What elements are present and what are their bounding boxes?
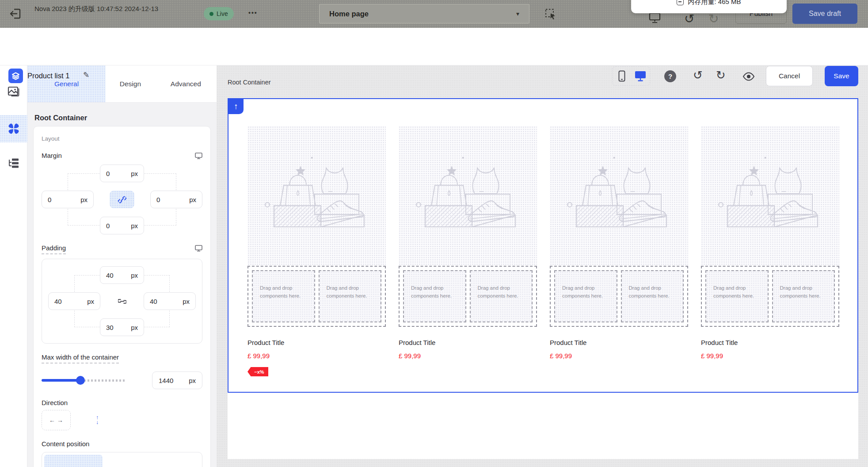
tab-design[interactable]: Design bbox=[106, 65, 155, 102]
margin-right-input[interactable]: 0px bbox=[150, 191, 202, 208]
product-price: £ 99,99 bbox=[550, 352, 688, 360]
canvas-area[interactable]: Root Container ↑ bbox=[217, 65, 868, 467]
editor-toolbar: Product list 1 ✎ ? ↺ ↻ Cancel Save bbox=[0, 28, 868, 65]
product-image-placeholder[interactable] bbox=[701, 126, 839, 266]
product-title: Product Title bbox=[701, 339, 839, 346]
margin-bottom-input[interactable]: 0px bbox=[100, 217, 144, 234]
mobile-view-button[interactable] bbox=[613, 70, 631, 82]
page-surface-below[interactable] bbox=[228, 393, 858, 459]
product-placeholder-illustration bbox=[413, 152, 523, 240]
page-selector-dropdown[interactable]: Home page ▾ bbox=[319, 4, 529, 23]
edit-title-icon[interactable]: ✎ bbox=[83, 70, 89, 80]
product-placeholder-illustration bbox=[262, 152, 372, 240]
padding-label: Padding bbox=[42, 244, 66, 254]
left-icon-rail bbox=[0, 65, 27, 467]
product-card[interactable]: Drag and drop components here. Drag and … bbox=[701, 126, 839, 376]
inspector-panel: General Design Advanced Root Container L… bbox=[27, 65, 217, 467]
live-status-badge: Live bbox=[204, 7, 234, 20]
block-drop-area[interactable]: Drag and drop components here. Drag and … bbox=[247, 266, 386, 327]
exit-editor-icon[interactable] bbox=[8, 7, 23, 21]
live-dot-icon bbox=[209, 12, 213, 16]
more-menu-icon[interactable]: ••• bbox=[248, 9, 258, 16]
drop-zone[interactable]: Drag and drop components here. bbox=[705, 270, 769, 322]
direction-vertical-button[interactable]: ↑ ↓ bbox=[83, 410, 112, 430]
move-up-badge[interactable]: ↑ bbox=[228, 99, 244, 114]
margin-link-toggle[interactable] bbox=[110, 191, 134, 208]
margin-top-input[interactable]: 0px bbox=[100, 165, 144, 182]
product-card[interactable]: Drag and drop components here. Drag and … bbox=[247, 126, 386, 376]
product-title: Product Title bbox=[399, 339, 537, 346]
product-price: £ 99,99 bbox=[701, 352, 839, 360]
content-position-label: Content position bbox=[42, 440, 89, 448]
direction-buttons: ← → ↑ ↓ bbox=[42, 410, 202, 430]
margin-left-input[interactable]: 0px bbox=[42, 191, 94, 208]
drop-zone[interactable]: Drag and drop components here. bbox=[554, 270, 617, 322]
inspector-tabs: General Design Advanced bbox=[27, 65, 217, 103]
tab-advanced[interactable]: Advanced bbox=[155, 65, 217, 102]
padding-top-input[interactable]: 40px bbox=[100, 266, 144, 284]
max-width-input[interactable]: 1440px bbox=[152, 371, 202, 389]
padding-link-toggle[interactable] bbox=[110, 292, 134, 310]
redo-icon[interactable]: ↻ bbox=[708, 11, 719, 26]
device-toggle-group bbox=[612, 66, 650, 86]
inspector-heading: Root Container bbox=[27, 103, 217, 122]
padding-left-input[interactable]: 40px bbox=[48, 292, 100, 310]
root-container-label: Root Container bbox=[228, 79, 271, 86]
drop-zone[interactable]: Drag and drop components here. bbox=[621, 270, 684, 322]
top-bar: Nova 2023 的升级版 10:47:52 2024-12-13 Live … bbox=[0, 0, 868, 28]
blocks-tab-icon[interactable] bbox=[0, 115, 27, 142]
page-selector-value: Home page bbox=[329, 10, 369, 18]
product-price: £ 99,99 bbox=[399, 352, 537, 360]
max-width-field: Max width of the container bbox=[42, 353, 202, 364]
desktop-preview-icon[interactable] bbox=[649, 12, 661, 23]
drop-zone[interactable]: Drag and drop components here. bbox=[772, 270, 835, 322]
save-button[interactable]: Save bbox=[825, 66, 858, 86]
responsive-screen-icon[interactable] bbox=[195, 245, 202, 252]
block-drop-area[interactable]: Drag and drop components here. Drag and … bbox=[701, 266, 839, 327]
product-placeholder-illustration bbox=[564, 152, 674, 240]
margin-control: 0px 0px 0px 0px bbox=[42, 165, 202, 234]
padding-box: 40px 40px 40px bbox=[42, 259, 202, 344]
undo-icon[interactable]: ↺ bbox=[693, 69, 703, 82]
padding-right-input[interactable]: 40px bbox=[144, 292, 196, 310]
save-draft-button[interactable]: Save draft bbox=[792, 4, 857, 24]
responsive-screen-icon[interactable] bbox=[195, 153, 202, 159]
content-position-selected-segment[interactable] bbox=[44, 455, 103, 467]
padding-bottom-input[interactable]: 30px bbox=[100, 318, 144, 336]
block-drop-area[interactable]: Drag and drop components here. Drag and … bbox=[550, 266, 688, 327]
preview-eye-icon[interactable] bbox=[742, 72, 755, 81]
project-title: Nova 2023 的升级版 10:47:52 2024-12-13 bbox=[34, 4, 171, 14]
slider-thumb[interactable] bbox=[76, 376, 85, 385]
drop-zone[interactable]: Drag and drop components here. bbox=[403, 270, 466, 322]
root-container-selection[interactable]: ↑ bbox=[228, 98, 858, 393]
tab-general[interactable]: General bbox=[27, 65, 106, 102]
structure-tab-icon[interactable] bbox=[0, 149, 27, 177]
product-image-placeholder[interactable] bbox=[550, 126, 688, 266]
undo-icon[interactable]: ↺ bbox=[684, 11, 694, 26]
block-layers-icon bbox=[8, 69, 23, 83]
drop-zone[interactable]: Drag and drop components here. bbox=[470, 270, 533, 322]
memory-usage-text: 内存用量: 465 MB bbox=[688, 0, 741, 6]
block-drop-area[interactable]: Drag and drop components here. Drag and … bbox=[399, 266, 537, 327]
memory-icon bbox=[677, 0, 684, 5]
desktop-view-button[interactable] bbox=[631, 71, 650, 81]
drop-zone[interactable]: Drag and drop components here. bbox=[252, 270, 315, 322]
direction-horizontal-button[interactable]: ← → bbox=[42, 410, 71, 430]
content-position-control[interactable] bbox=[42, 452, 202, 467]
page-builder-app: Nova 2023 的升级版 10:47:52 2024-12-13 Live … bbox=[0, 0, 868, 467]
max-width-slider[interactable] bbox=[42, 376, 126, 385]
redo-icon[interactable]: ↻ bbox=[716, 69, 726, 82]
element-select-tool-icon[interactable] bbox=[544, 8, 557, 20]
product-price: £ 99,99 bbox=[247, 352, 386, 360]
padding-control: 40px 40px 40px bbox=[48, 266, 196, 336]
product-card[interactable]: Drag and drop components here. Drag and … bbox=[550, 126, 688, 376]
padding-field-row: Padding bbox=[42, 244, 202, 254]
margin-label: Margin bbox=[42, 152, 62, 159]
product-card[interactable]: Drag and drop components here. Drag and … bbox=[399, 126, 537, 376]
drop-zone[interactable]: Drag and drop components here. bbox=[319, 270, 382, 322]
product-image-placeholder[interactable] bbox=[399, 126, 537, 266]
product-image-placeholder[interactable] bbox=[247, 126, 386, 266]
help-icon[interactable]: ? bbox=[664, 70, 676, 82]
cancel-button[interactable]: Cancel bbox=[766, 66, 813, 86]
direction-field: Direction bbox=[42, 399, 202, 406]
